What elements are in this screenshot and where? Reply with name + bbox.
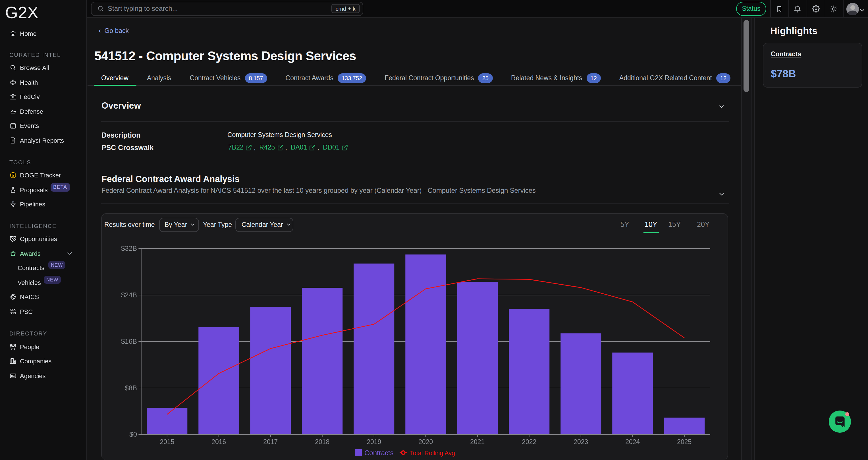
svg-text:2020: 2020 xyxy=(418,438,433,446)
svg-text:2019: 2019 xyxy=(367,438,381,446)
svg-text:$0: $0 xyxy=(129,430,137,438)
svg-text:2016: 2016 xyxy=(212,438,226,446)
svg-text:$32B: $32B xyxy=(121,245,137,252)
svg-text:$8B: $8B xyxy=(125,384,137,392)
svg-text:2018: 2018 xyxy=(315,438,330,446)
svg-text:2022: 2022 xyxy=(522,438,536,446)
svg-text:2024: 2024 xyxy=(625,438,640,446)
svg-text:Total Rolling Avg.: Total Rolling Avg. xyxy=(410,450,457,457)
svg-text:2023: 2023 xyxy=(574,438,588,446)
svg-text:2017: 2017 xyxy=(263,438,278,446)
svg-text:Contracts: Contracts xyxy=(364,449,394,457)
svg-text:2015: 2015 xyxy=(160,438,174,446)
svg-text:$16B: $16B xyxy=(121,337,137,345)
svg-text:2025: 2025 xyxy=(677,438,691,446)
svg-text:$24B: $24B xyxy=(121,291,137,299)
svg-text:2021: 2021 xyxy=(470,438,485,446)
